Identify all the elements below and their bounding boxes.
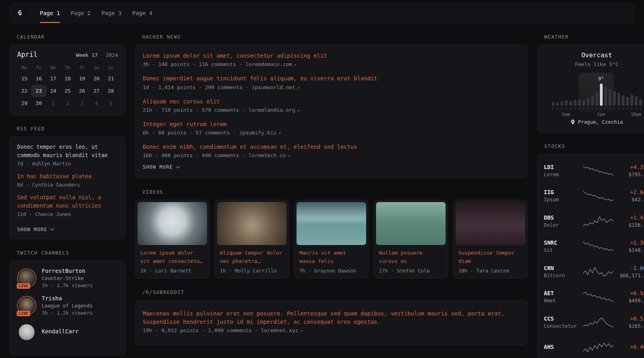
calendar-date[interactable]: 18	[60, 73, 75, 84]
weather-hour-column[interactable]	[622, 95, 625, 109]
video-thumbnail[interactable]	[138, 202, 207, 245]
hackernews-item-domain[interactable]: ipsumify.biz	[239, 130, 277, 136]
hackernews-item-title[interactable]: Aliquam nec cursus elit	[143, 97, 520, 105]
calendar-date[interactable]: 15	[17, 73, 31, 84]
calendar-date[interactable]: 30	[31, 97, 46, 109]
weather-hour-column[interactable]	[630, 95, 633, 109]
stock-ticker[interactable]: SNRC	[544, 239, 581, 246]
stock-ticker[interactable]: AET	[544, 290, 581, 296]
weather-hour-column[interactable]	[574, 100, 576, 109]
calendar-date[interactable]: 29	[17, 97, 31, 109]
stock-row[interactable]: AHS +0.46%	[544, 335, 644, 358]
calendar-date[interactable]: 5	[104, 97, 118, 109]
rss-show-more-button[interactable]: SHOW MORE	[17, 227, 54, 232]
stock-ticker[interactable]: LDI	[544, 164, 581, 170]
stock-row[interactable]: IIG Ipsum +2.84% $42.04	[544, 183, 644, 209]
video-card[interactable]: Nullam posuere cursus ex 17h · Stefan Co…	[374, 200, 448, 278]
weather-hour-column[interactable]	[639, 99, 642, 109]
stock-ticker[interactable]: AHS	[544, 344, 581, 350]
hackernews-item-domain[interactable]: loremtech.co	[248, 152, 286, 158]
weather-hour-column[interactable]	[587, 98, 590, 109]
subreddit-post-title[interactable]: Maecenas mollis pulvinar erat non posuer…	[143, 309, 520, 326]
calendar-date[interactable]: 17	[46, 73, 60, 84]
stock-row[interactable]: LDI Lorem +4.35% $795.18	[544, 158, 644, 183]
twitch-channel-name[interactable]: KendallCarr	[42, 328, 79, 335]
twitch-channel-name[interactable]: ForrestBurton	[42, 268, 93, 274]
hackernews-item-domain[interactable]: ipsumworld.net	[252, 84, 295, 90]
weather-hour-column[interactable]	[556, 103, 559, 109]
hackernews-item-domain[interactable]: loremlandia.org	[248, 107, 295, 113]
calendar-date[interactable]: 26	[75, 85, 89, 97]
weather-location[interactable]: Prague, Czechia	[544, 119, 644, 125]
page-tab[interactable]: Page 2	[71, 4, 91, 23]
video-thumbnail[interactable]	[376, 202, 446, 245]
twitch-channel-row[interactable]: LIVE Trisha League of Legends 3h · 1.2k …	[17, 295, 118, 316]
weather-hour-column[interactable]	[582, 100, 585, 109]
weather-hour-column[interactable]	[617, 93, 620, 109]
stock-row[interactable]: AET Amet +0.92% $499.72	[544, 284, 644, 310]
video-thumbnail[interactable]	[456, 202, 525, 245]
stock-ticker[interactable]: CRN	[544, 265, 581, 271]
video-card[interactable]: Mauris sit amet massa felis 7h · Grayson…	[294, 200, 369, 278]
page-tab[interactable]: Page 3	[101, 4, 122, 23]
video-thumbnail[interactable]	[297, 202, 366, 245]
weather-hour-column[interactable]	[613, 91, 616, 109]
stock-row[interactable]: CCS Consectetur +0.51% $165.84	[544, 309, 644, 335]
calendar-date[interactable]: 3	[75, 97, 89, 109]
twitch-channel-row[interactable]: LIVE ForrestBurton Counter-Strike 1h · 1…	[17, 268, 118, 288]
hackernews-item-title[interactable]: Integer eget rutrum lorem	[143, 120, 520, 128]
video-card[interactable]: Lorem ipsum dolor sit amet consectetu… 1…	[135, 200, 209, 278]
stock-row[interactable]: DBS Dolor +1.42% $156.28	[544, 208, 644, 234]
page-tab[interactable]: Page 1	[40, 4, 60, 23]
app-logo[interactable]: G	[10, 4, 30, 23]
weather-hour-column[interactable]	[604, 87, 607, 109]
external-link-icon[interactable]: ↗	[297, 107, 300, 113]
rss-item-title[interactable]: In hac habitasse platea	[17, 172, 118, 181]
external-link-icon[interactable]: ↗	[297, 85, 300, 90]
weather-hour-column[interactable]	[591, 95, 594, 109]
video-title[interactable]: Suspendisse tempor diam	[458, 249, 522, 266]
calendar-date[interactable]: 28	[104, 85, 118, 97]
stock-row[interactable]: CRN Bitcorn -1.00% $66,171.48	[544, 259, 644, 284]
stock-ticker[interactable]: DBS	[544, 214, 581, 221]
rss-item-title[interactable]: Sed volutpat nulla nisl, a condimentum n…	[17, 193, 118, 210]
hackernews-item-title[interactable]: Lorem ipsum dolor sit amet, consectetur …	[143, 52, 520, 60]
calendar-date[interactable]: 19	[75, 73, 89, 84]
calendar-date[interactable]: 16	[31, 73, 46, 84]
external-link-icon[interactable]: ↗	[278, 130, 281, 136]
hackernews-item-domain[interactable]: loremdomain.com	[245, 61, 292, 67]
twitch-channel-name[interactable]: Trisha	[42, 295, 93, 302]
weather-hour-column[interactable]: 10pm	[635, 96, 638, 109]
weather-hour-column[interactable]	[609, 89, 611, 109]
weather-hour-column[interactable]	[561, 101, 563, 109]
twitch-channel-row[interactable]: LIVE KendallCarr	[17, 323, 118, 342]
video-title[interactable]: Aliquam tempor dolor nec pharetra…	[220, 249, 284, 266]
weather-hour-column[interactable]	[569, 101, 572, 109]
hackernews-show-more-button[interactable]: SHOW MORE	[143, 164, 179, 170]
weather-hour-column[interactable]	[626, 97, 629, 109]
external-link-icon[interactable]: ↗	[287, 153, 290, 158]
video-title[interactable]: Nullam posuere cursus ex	[379, 249, 443, 266]
hackernews-item-title[interactable]: Donec enim nibh, condimentum et accumsan…	[143, 143, 520, 151]
video-title[interactable]: Mauris sit amet massa felis	[299, 249, 363, 266]
calendar-date[interactable]: 27	[89, 85, 103, 97]
weather-hour-column[interactable]	[552, 102, 555, 109]
calendar-date[interactable]: 22	[17, 85, 31, 97]
hackernews-item-title[interactable]: Donec imperdiet augue tincidunt felis al…	[143, 74, 520, 82]
weather-hour-column[interactable]	[578, 99, 581, 109]
weather-hour-column[interactable]: 9° 2pm	[600, 76, 603, 109]
video-thumbnail[interactable]	[217, 202, 287, 245]
calendar-date[interactable]: 20	[89, 73, 103, 84]
stock-ticker[interactable]: IIG	[544, 189, 581, 195]
page-tab[interactable]: Page 4	[132, 4, 153, 23]
calendar-date[interactable]: 4	[89, 97, 103, 109]
weather-hour-column[interactable]	[596, 92, 598, 109]
calendar-date[interactable]: 25	[60, 85, 75, 97]
rss-item-title[interactable]: Donec tempor eros leo, ut commodo mauris…	[17, 143, 118, 160]
calendar-date[interactable]: 23	[31, 85, 46, 97]
video-card[interactable]: Aliquam tempor dolor nec pharetra… 1h · …	[215, 200, 289, 278]
calendar-date[interactable]: 24	[46, 85, 60, 97]
stock-ticker[interactable]: CCS	[544, 315, 581, 322]
external-link-icon[interactable]: ↗	[300, 328, 303, 333]
video-card[interactable]: Suspendisse tempor diam 18h · Tara Levin…	[453, 200, 528, 278]
